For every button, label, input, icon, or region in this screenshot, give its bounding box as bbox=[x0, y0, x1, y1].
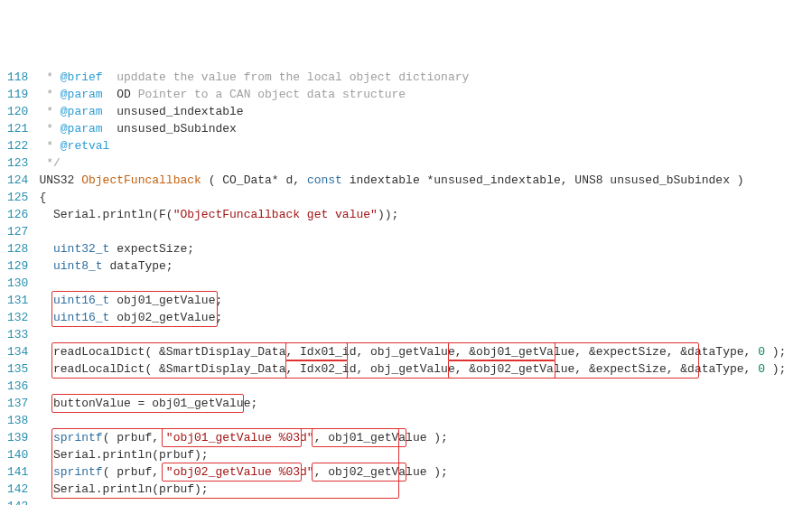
code-token: readLocalDict( &SmartDisplay_Data, Idx02… bbox=[39, 362, 758, 376]
code-line bbox=[39, 326, 812, 343]
code-line: Serial.println(F("ObjectFuncallback get … bbox=[39, 206, 812, 223]
code-line bbox=[39, 412, 812, 429]
code-line: * @brief upddate the value from the loca… bbox=[39, 69, 812, 86]
code-token: * bbox=[39, 139, 60, 153]
code-line: { bbox=[39, 189, 812, 206]
code-token: UNS32 bbox=[39, 173, 81, 187]
code-token: @retval bbox=[61, 139, 110, 153]
line-number: 136 bbox=[7, 378, 28, 395]
line-number: 138 bbox=[7, 412, 28, 429]
code-token: * bbox=[39, 88, 60, 101]
code-token: indextable *unsused_indextable, UNS8 uns… bbox=[342, 173, 744, 187]
code-token: @param bbox=[61, 122, 103, 136]
code-token: readLocalDict( &SmartDisplay_Data, Idx01… bbox=[39, 345, 758, 359]
code-token: * bbox=[39, 122, 60, 136]
code-token: */ bbox=[39, 156, 60, 170]
code-token bbox=[39, 294, 53, 307]
code-token: 0 bbox=[758, 362, 765, 376]
line-number: 127 bbox=[7, 223, 28, 240]
code-token: uint16_t bbox=[53, 294, 109, 307]
code-line: Serial.println(prbuf); bbox=[39, 446, 812, 463]
code-token: upddate the value from the local object … bbox=[103, 70, 470, 84]
line-number: 133 bbox=[7, 326, 28, 343]
code-token: expectSize; bbox=[109, 242, 194, 256]
code-line: readLocalDict( &SmartDisplay_Data, Idx01… bbox=[39, 343, 812, 360]
code-line: UNS32 ObjectFuncallback ( CO_Data* d, co… bbox=[39, 172, 812, 189]
line-number: 143 bbox=[7, 498, 28, 505]
line-number: 140 bbox=[7, 446, 28, 463]
code-token: sprintf bbox=[53, 431, 103, 444]
code-line: */ bbox=[39, 154, 812, 172]
code-token: uint16_t bbox=[53, 311, 109, 324]
line-number: 122 bbox=[7, 137, 28, 154]
line-number: 119 bbox=[7, 86, 28, 103]
code-token: ( CO_Data* d, bbox=[201, 173, 307, 187]
code-line bbox=[39, 378, 812, 395]
code-line: sprintf( prbuf, "obj01_getValue %03d", o… bbox=[39, 429, 812, 446]
code-line: readLocalDict( &SmartDisplay_Data, Idx02… bbox=[39, 360, 812, 378]
code-area: * @brief upddate the value from the loca… bbox=[39, 69, 812, 505]
line-number: 141 bbox=[7, 463, 28, 481]
code-token: 0 bbox=[758, 345, 765, 359]
code-token: obj01_getValue; bbox=[109, 294, 222, 307]
line-number: 132 bbox=[7, 309, 28, 326]
code-line: * @param OD Pointer to a CAN object data… bbox=[39, 86, 812, 103]
line-number: 142 bbox=[7, 481, 28, 498]
code-token bbox=[39, 311, 53, 324]
code-token: * bbox=[39, 105, 60, 118]
code-token: "obj01_getValue %03d" bbox=[166, 431, 314, 444]
line-number: 121 bbox=[7, 120, 28, 137]
code-token: ObjectFuncallback bbox=[81, 173, 201, 187]
code-token bbox=[39, 431, 53, 444]
code-token: @brief bbox=[61, 70, 103, 84]
code-token: "ObjectFuncallback get value" bbox=[173, 208, 378, 221]
code-line: uint8_t dataType; bbox=[39, 257, 812, 275]
line-number: 134 bbox=[7, 343, 28, 360]
code-token: sprintf bbox=[53, 465, 103, 479]
code-token: dataType; bbox=[103, 259, 173, 273]
code-token: )); bbox=[378, 208, 398, 221]
code-line bbox=[39, 223, 812, 240]
code-line: uint16_t obj02_getValue; bbox=[39, 309, 812, 326]
line-number: 128 bbox=[7, 240, 28, 257]
line-number: 135 bbox=[7, 360, 28, 378]
line-number-gutter: 1181191201211221231241251261271281291301… bbox=[0, 69, 39, 505]
line-number: 130 bbox=[7, 275, 28, 292]
code-token: unsused_bSubindex bbox=[103, 122, 237, 136]
line-number: 120 bbox=[7, 103, 28, 120]
code-token: uint32_t bbox=[53, 242, 109, 256]
code-line: buttonValue = obj01_getValue; bbox=[39, 395, 812, 412]
code-token: @param bbox=[61, 88, 103, 101]
code-token: unsused_indextable bbox=[103, 105, 244, 118]
code-token: Serial.println(F( bbox=[39, 208, 173, 221]
code-line: * @param unsused_bSubindex bbox=[39, 120, 812, 137]
code-token bbox=[39, 259, 53, 273]
line-number: 125 bbox=[7, 189, 28, 206]
code-line bbox=[39, 498, 812, 505]
code-token: Serial.println(prbuf); bbox=[39, 482, 208, 496]
code-token: obj02_getValue; bbox=[109, 311, 222, 324]
code-token: ); bbox=[765, 345, 786, 359]
line-number: 129 bbox=[7, 257, 28, 275]
code-line: sprintf( prbuf, "obj02_getValue %03d", o… bbox=[39, 463, 812, 481]
code-editor: 1181191201211221231241251261271281291301… bbox=[0, 69, 812, 505]
code-token: uint8_t bbox=[53, 259, 103, 273]
code-token: ( prbuf, bbox=[103, 465, 166, 479]
line-number: 131 bbox=[7, 292, 28, 309]
code-line bbox=[39, 275, 812, 292]
code-token: Serial.println(prbuf); bbox=[39, 448, 208, 462]
code-token: , obj02_getValue ); bbox=[314, 465, 448, 479]
line-number: 118 bbox=[7, 69, 28, 86]
code-token: const bbox=[307, 173, 342, 187]
code-token: * bbox=[39, 70, 60, 84]
code-token: , obj01_getValue ); bbox=[314, 431, 448, 444]
code-line: Serial.println(prbuf); bbox=[39, 481, 812, 498]
line-number: 139 bbox=[7, 429, 28, 446]
code-token: ); bbox=[765, 362, 786, 376]
code-token: @param bbox=[61, 105, 103, 118]
code-token: buttonValue = obj01_getValue; bbox=[39, 397, 257, 410]
code-token: ( prbuf, bbox=[103, 431, 166, 444]
code-token: { bbox=[39, 191, 46, 204]
line-number: 124 bbox=[7, 172, 28, 189]
line-number: 123 bbox=[7, 154, 28, 172]
